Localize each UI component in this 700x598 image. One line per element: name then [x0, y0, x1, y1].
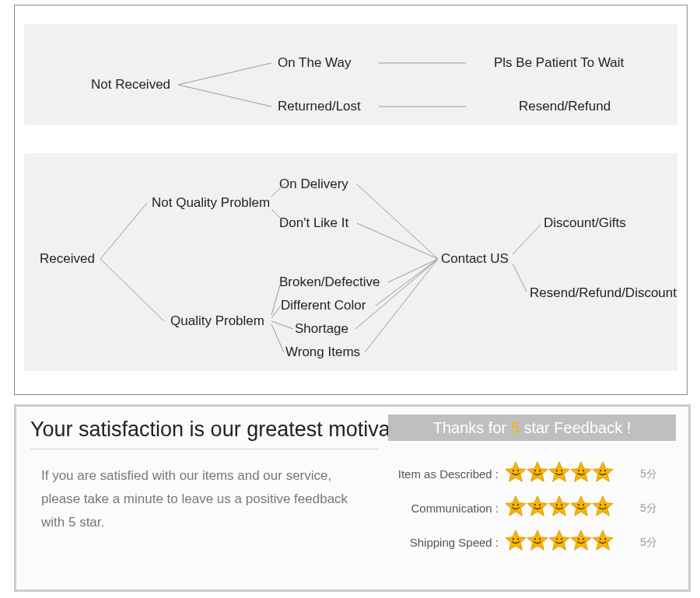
star-icon: [548, 530, 570, 551]
node-discount-gifts: Discount/Gifts: [544, 215, 626, 231]
rating-label: Item as Described :: [398, 467, 499, 481]
node-not-quality: Not Quality Problem: [152, 195, 270, 211]
divider: [30, 449, 379, 449]
node-received: Received: [40, 251, 95, 267]
star-icon: [505, 495, 527, 517]
node-pls-patient: Pls Be Patient To Wait: [494, 55, 624, 71]
feedback-body: If you are satisfied with our items and …: [41, 464, 368, 534]
rating-row-item-described: Item as Described : 5分: [388, 461, 676, 488]
star-icon: [527, 495, 548, 517]
node-resend-refund: Resend/Refund: [519, 99, 611, 114]
service-diagram-panel: Not Received On The Way Returned/Lost Pl…: [14, 5, 688, 395]
star-icon: [592, 461, 614, 483]
received-block: [24, 153, 677, 371]
node-diff-color: Different Color: [281, 298, 366, 313]
banner-five: 5: [511, 419, 520, 436]
node-returned-lost: Returned/Lost: [278, 99, 361, 114]
star-icon: [527, 461, 548, 483]
node-wrong-items: Wrong Items: [285, 344, 360, 360]
feedback-banner: Thanks for 5 star Feedback !: [388, 414, 676, 441]
star-icon: [548, 461, 570, 483]
feedback-title: Your satisfaction is our greatest motiva…: [30, 418, 424, 442]
rating-label: Shipping Speed :: [410, 536, 499, 549]
rating-stars: [505, 495, 614, 517]
star-icon: [592, 530, 614, 551]
node-dont-like: Don't Like It: [279, 215, 348, 231]
rating-row-shipping-speed: Shipping Speed : 5分: [388, 530, 676, 556]
node-contact-us: Contact US: [441, 251, 509, 267]
node-resend-refund-discount: Resend/Refund/Discount: [530, 285, 677, 301]
node-on-delivery: On Delivery: [279, 177, 348, 192]
rating-row-communication: Communication : 5分: [388, 495, 676, 522]
star-icon: [505, 461, 527, 483]
node-quality: Quality Problem: [170, 313, 264, 329]
star-icon: [527, 530, 548, 551]
star-icon: [505, 530, 527, 551]
feedback-panel: Your satisfaction is our greatest motiva…: [14, 404, 691, 592]
node-shortage: Shortage: [295, 321, 348, 337]
node-on-the-way: On The Way: [278, 55, 351, 71]
rating-stars: [505, 461, 614, 483]
banner-post: star Feedback !: [520, 419, 631, 436]
star-icon: [592, 495, 614, 517]
rating-score: 5分: [640, 502, 657, 516]
node-not-received: Not Received: [91, 77, 170, 93]
rating-score: 5分: [640, 467, 657, 481]
node-broken: Broken/Defective: [279, 275, 380, 290]
rating-stars: [505, 530, 614, 551]
banner-pre: Thanks for: [433, 419, 511, 436]
star-icon: [570, 461, 592, 483]
rating-label: Communication :: [411, 502, 499, 515]
rating-score: 5分: [640, 536, 657, 550]
star-icon: [570, 495, 592, 517]
star-icon: [570, 530, 592, 551]
star-icon: [548, 495, 570, 517]
